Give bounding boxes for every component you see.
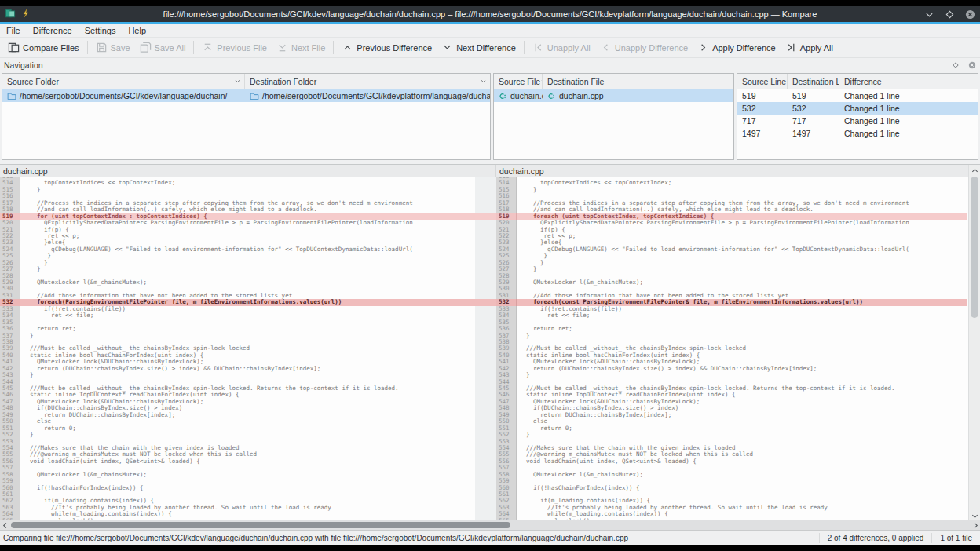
destination-code-line: return DUChain::chainsByIndex[index];: [517, 412, 967, 418]
pane-gap: [475, 260, 496, 266]
menu-item-settings[interactable]: Settings: [79, 24, 122, 37]
menu-item-difference[interactable]: Difference: [27, 24, 79, 37]
menu-item-help[interactable]: Help: [122, 24, 152, 37]
source-code-line: ///Makes sure that the chain with the gi…: [20, 445, 475, 451]
compare-files-button[interactable]: Compare Files: [3, 39, 84, 57]
dock-float-icon[interactable]: [949, 62, 959, 68]
pane-gap: [475, 306, 496, 312]
column-header-source-folder[interactable]: Source Folder: [2, 74, 245, 89]
minimize-button[interactable]: [923, 9, 934, 20]
next-difference-button[interactable]: Next Difference: [437, 39, 521, 57]
unapply-difference-button[interactable]: Unapply Difference: [595, 39, 693, 57]
compare-files-icon: [8, 42, 20, 53]
line-number-left: 562: [0, 498, 20, 504]
maximize-button[interactable]: [944, 9, 955, 20]
pane-gap: [475, 213, 496, 220]
source-code-line: QExplicitlySharedDataPointer< ParsingEnv…: [20, 220, 475, 226]
diff-line: 526 }526 }: [0, 260, 968, 266]
pane-gap: [475, 491, 496, 498]
difference-row[interactable]: 532532Changed 1 line: [737, 102, 978, 115]
scroll-left-icon[interactable]: [0, 520, 9, 530]
vertical-scrollbar-thumb[interactable]: [971, 177, 978, 318]
destination-code-line: //Process the indices in a separate step…: [517, 200, 967, 206]
column-header-destination-line[interactable]: Destination Line: [788, 74, 839, 89]
difference-row[interactable]: 14971497Changed 1 line: [737, 127, 978, 140]
previous-difference-button[interactable]: Previous Difference: [337, 39, 437, 57]
line-number-right: 523: [496, 239, 517, 246]
column-header-destination-file[interactable]: Destination File: [543, 74, 733, 89]
pane-gap: [475, 425, 496, 432]
line-number-right: 521: [496, 227, 517, 233]
horizontal-scrollbar-thumb[interactable]: [11, 522, 510, 528]
file-row[interactable]: duchain.c... duchain.cpp: [494, 89, 733, 102]
line-number-left: 559: [0, 478, 20, 484]
line-number-left: 564: [0, 511, 20, 517]
scroll-up-icon[interactable]: [969, 166, 980, 175]
scroll-down-icon[interactable]: [969, 511, 980, 520]
navigation-dock-header[interactable]: Navigation: [0, 59, 980, 71]
difference-row[interactable]: 717717Changed 1 line: [737, 115, 978, 127]
toolbar-button-label: Previous Difference: [357, 43, 432, 53]
difference-source-line: 717: [737, 115, 788, 127]
pane-gap: [475, 511, 496, 517]
pane-gap: [475, 339, 496, 345]
apply-difference-button[interactable]: Apply Difference: [693, 39, 781, 57]
diff-line[interactable]: 519 for (uint topContextIndex : topConte…: [0, 213, 968, 220]
diff-line: 515 }515 }: [0, 187, 968, 193]
previous-file-button[interactable]: Previous File: [197, 39, 272, 57]
scroll-right-icon[interactable]: [971, 520, 980, 530]
destination-folder-path: /home/sergobot/Documents/GCI/kdevplatfor…: [262, 91, 490, 100]
source-code-line: [20, 193, 475, 199]
close-button[interactable]: [964, 9, 975, 20]
line-number-left: 531: [0, 293, 20, 299]
save-all-button[interactable]: Save All: [135, 39, 191, 57]
difference-source-line: 532: [737, 102, 788, 115]
menu-item-file[interactable]: File: [0, 24, 27, 37]
difference-source-line: 519: [737, 89, 788, 102]
source-code-line: ///@warning m_chainsMutex must NOT be lo…: [20, 451, 475, 458]
diff-line[interactable]: 532 foreach(ParsingEnvironmentFilePointe…: [0, 299, 968, 305]
line-number-left: 549: [0, 412, 20, 418]
horizontal-scrollbar[interactable]: [0, 520, 980, 530]
diff-line: 563 //It's probably being loaded by anot…: [0, 505, 968, 511]
column-header-destination-folder[interactable]: Destination Folder: [245, 74, 490, 89]
next-file-button[interactable]: Next File: [272, 39, 330, 57]
column-header-difference[interactable]: Difference: [839, 74, 978, 89]
statusbar-message: Comparing file file:///home/sergobot/Doc…: [0, 534, 819, 542]
line-number-right: 552: [496, 432, 517, 438]
line-number-left: 524: [0, 246, 20, 253]
difference-source-line: 1497: [737, 127, 788, 140]
destination-code-line: return ret;: [517, 326, 967, 332]
dock-close-icon[interactable]: [964, 61, 976, 69]
vertical-scrollbar[interactable]: [968, 165, 980, 521]
diff-line: 556 void loadChain(uint index, QSet<uint…: [0, 458, 968, 465]
unapply-all-button[interactable]: Unapply All: [528, 39, 595, 57]
line-number-right: 526: [496, 260, 517, 266]
diff-line: 535535: [0, 319, 968, 326]
folder-row[interactable]: /home/sergobot/Documents/GCI/kdev/langua…: [2, 89, 490, 102]
source-code-line: void loadChain(uint index, QSet<uint>& l…: [20, 458, 475, 465]
toolbar-button-label: Unapply All: [547, 43, 591, 53]
pane-gap: [475, 279, 496, 286]
column-header-source-file[interactable]: Source File: [494, 74, 543, 89]
diff-line: 514 topContextIndices << topContextIndex…: [0, 180, 968, 186]
column-header-source-line[interactable]: Source Line: [737, 74, 788, 89]
diff-line: 554 ///Makes sure that the chain with th…: [0, 445, 968, 451]
diff-line: 530530: [0, 286, 968, 292]
titlebar[interactable]: file:///home/sergobot/Documents/GCI/kdev…: [0, 6, 980, 24]
save-button[interactable]: Save: [91, 39, 135, 57]
source-code-line: QMutexLocker l(&m_chainsMutex);: [20, 279, 475, 286]
destination-code-line: ret << file;: [517, 312, 967, 319]
source-code-line: }: [20, 260, 475, 266]
destination-code-line: static inline bool hasChainForIndex(uint…: [517, 352, 967, 359]
diff-line: 531 //Add those information that have no…: [0, 293, 968, 299]
desktop: file:///home/sergobot/Documents/GCI/kdev…: [0, 0, 980, 551]
pane-gap: [475, 399, 496, 405]
line-number-right: 517: [496, 200, 517, 206]
statusbar: Comparing file file:///home/sergobot/Doc…: [0, 530, 980, 545]
toolbar-button-label: Apply All: [800, 43, 833, 53]
line-number-right: 538: [496, 339, 517, 345]
apply-all-button[interactable]: Apply All: [781, 39, 838, 57]
difference-row[interactable]: 519519Changed 1 line: [737, 89, 978, 102]
destination-code-line: //Add those information that have not be…: [517, 293, 967, 299]
